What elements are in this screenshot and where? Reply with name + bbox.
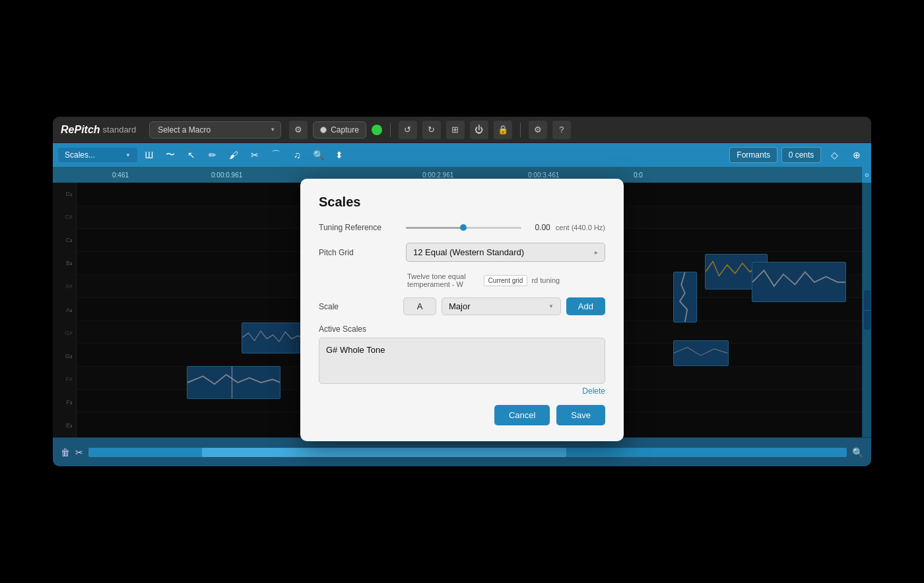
scale-key-dropdown[interactable]: A xyxy=(403,297,436,315)
toolbar-brush-tool[interactable]: 🖌 xyxy=(224,146,243,164)
tuning-slider-container: 0.00 cent (440.0 Hz) xyxy=(406,223,605,232)
modal-overlay: Scales Tuning Reference 0.00 cent (440.0… xyxy=(53,183,871,437)
zoom-in-icon[interactable]: 🔍 xyxy=(852,447,863,458)
tuning-value: 0.00 xyxy=(527,223,550,232)
tuning-slider-thumb[interactable] xyxy=(460,224,467,231)
toolbar-icon-wave[interactable]: 〜 xyxy=(161,146,180,164)
logo-repitch: RePitch xyxy=(61,124,100,136)
app-window: RePitch standard Select a Macro ⚙ Captur… xyxy=(53,117,871,466)
scale-key-value: A xyxy=(417,301,423,311)
active-scales-list: G# Whole Tone xyxy=(319,338,605,384)
toolbar-icon-w[interactable]: Ш xyxy=(140,146,158,164)
pitch-grid-row: Pitch Grid 12 Equal (Western Standard) xyxy=(319,243,605,262)
current-grid-text: Current grid xyxy=(488,277,523,284)
toolbar-zoom-tool[interactable]: 🔍 xyxy=(309,146,327,164)
tuning-slider-fill xyxy=(406,227,463,229)
cancel-button[interactable]: Cancel xyxy=(494,405,550,425)
divider-1 xyxy=(390,123,391,137)
pitch-grid-label: Pitch Grid xyxy=(319,248,398,257)
current-grid-badge: Current grid xyxy=(484,275,528,286)
toolbar-right: Formants 0 cents ◇ ⊕ xyxy=(729,146,866,164)
timeline-marker-0: 0:461 xyxy=(112,171,129,179)
toolbar-pin-tool[interactable]: ⬍ xyxy=(330,146,348,164)
pitch-grid-desc-row: Twelve tone equal temperament - W Curren… xyxy=(406,272,605,288)
toolbar-select-tool[interactable]: ↖ xyxy=(182,146,201,164)
timeline-marker-1: 0:00:0.961 xyxy=(211,171,242,179)
undo-button[interactable]: ↺ xyxy=(399,121,417,139)
modal-title: Scales xyxy=(319,195,605,210)
scales-label: Scales... xyxy=(65,150,95,160)
power-button[interactable]: ⏻ xyxy=(470,121,488,139)
timeline-minimap-fill xyxy=(202,448,566,457)
filter-button[interactable]: ⚙ xyxy=(289,121,308,139)
redo-button[interactable]: ↻ xyxy=(422,121,441,139)
toolbar-cut-tool[interactable]: ✂ xyxy=(246,146,264,164)
grid-view-button[interactable]: ⊞ xyxy=(446,121,465,139)
tuning-slider-track[interactable] xyxy=(406,227,521,229)
pitch-grid-desc-text: Twelve tone equal temperament - W xyxy=(406,272,481,288)
timeline-marker-3: 0:00:3.461 xyxy=(528,171,559,179)
scales-dropdown-arrow: ▼ xyxy=(125,152,131,158)
header-bar: RePitch standard Select a Macro ⚙ Captur… xyxy=(53,117,871,143)
formants-button[interactable]: Formants xyxy=(729,147,777,163)
active-scales-label: Active Scales xyxy=(319,324,605,334)
modal-buttons: Cancel Save xyxy=(319,405,605,425)
scale-type-value: Major xyxy=(449,301,471,311)
pitch-grid-dropdown[interactable]: 12 Equal (Western Standard) xyxy=(406,243,605,262)
timeline-marker-2: 0:00:2.961 xyxy=(422,171,453,179)
app-logo: RePitch standard xyxy=(61,124,136,136)
cents-display: 0 cents xyxy=(781,147,821,163)
active-scale-item-1[interactable]: G# Whole Tone xyxy=(326,344,598,356)
tune-mode-button[interactable]: ◇ xyxy=(825,146,843,164)
scale-label: Scale xyxy=(319,302,398,311)
zoom-fit-button[interactable]: ⊕ xyxy=(847,146,866,164)
help-button[interactable]: ? xyxy=(552,121,571,139)
delete-link[interactable]: Delete xyxy=(319,386,605,396)
capture-button[interactable]: Capture xyxy=(313,121,366,138)
scales-modal: Scales Tuning Reference 0.00 cent (440.0… xyxy=(300,179,624,441)
toolbar: Scales... ▼ Ш 〜 ↖ ✏ 🖌 ✂ ⌒ ♫ 🔍 ⬍ Formants… xyxy=(53,143,871,167)
zoom-indicator-icon: ⊙ xyxy=(865,172,869,178)
divider-2 xyxy=(520,123,521,137)
capture-circle-icon xyxy=(320,127,327,133)
capture-label: Capture xyxy=(331,125,359,135)
scale-type-dropdown[interactable]: Major xyxy=(442,297,561,315)
trash-icon[interactable]: 🗑 xyxy=(61,447,70,458)
scale-row: Scale A Major Add xyxy=(319,297,605,315)
timeline-minimap[interactable] xyxy=(88,448,847,457)
macro-dropdown-label: Select a Macro xyxy=(158,125,211,135)
settings-button[interactable]: ⚙ xyxy=(529,121,547,139)
right-panel-top: ⊙ xyxy=(862,167,871,183)
add-scale-button[interactable]: Add xyxy=(566,297,605,315)
scales-button[interactable]: Scales... ▼ xyxy=(58,148,137,162)
tuning-reference-label: Tuning Reference xyxy=(319,223,398,232)
toolbar-freq-tool[interactable]: ♫ xyxy=(288,146,306,164)
toolbar-pencil-tool[interactable]: ✏ xyxy=(203,146,222,164)
lock-button[interactable]: 🔒 xyxy=(494,121,512,139)
tuning-unit: cent (440.0 Hz) xyxy=(556,224,605,231)
main-content: D₄ C# C₃ B₃ A# A₃ G# G₃ F# F₃ E₃ xyxy=(53,183,871,437)
save-button[interactable]: Save xyxy=(556,405,605,425)
logo-standard: standard xyxy=(103,125,137,135)
toolbar-curve-tool[interactable]: ⌒ xyxy=(267,146,285,164)
status-dot xyxy=(372,125,382,135)
tuning-reference-row: Tuning Reference 0.00 cent (440.0 Hz) xyxy=(319,223,605,232)
timeline-marker-4: 0:0 xyxy=(634,171,643,179)
pitch-grid-desc2-text: rd tuning xyxy=(530,276,605,284)
macro-dropdown[interactable]: Select a Macro xyxy=(149,121,281,138)
pitch-grid-value: 12 Equal (Western Standard) xyxy=(413,247,524,257)
scissors-icon[interactable]: ✂ xyxy=(75,447,83,458)
bottom-bar: 🗑 ✂ 🔍 xyxy=(53,437,871,466)
